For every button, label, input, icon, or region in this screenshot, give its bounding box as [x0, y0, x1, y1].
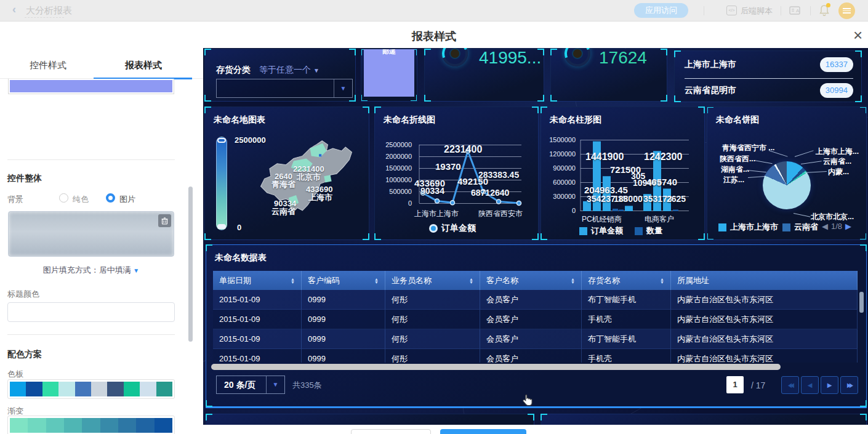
- app-access-button[interactable]: 应用访问: [634, 3, 688, 18]
- list-item[interactable]: 云南省昆明市 30994: [685, 83, 853, 98]
- partial-widget[interactable]: [540, 414, 867, 425]
- corner-bracket: [537, 95, 544, 102]
- bar-chart-widget[interactable]: 未命名柱形图 1500000 1200000 900000 600000 300…: [540, 106, 705, 240]
- legend[interactable]: 订单金额: [429, 223, 476, 234]
- partial-widget[interactable]: [206, 414, 534, 425]
- y-tick: 300000: [544, 193, 576, 200]
- corner-bracket: [550, 95, 557, 102]
- back-icon[interactable]: ‹: [12, 3, 16, 16]
- gauge-widget-2[interactable]: 17624: [550, 49, 667, 102]
- report-canvas[interactable]: 存货分类 等于任意一个 ▼ ▼ 邮递 41995... 17624 上海市上海市…: [203, 48, 868, 425]
- legend-item[interactable]: 上海市上海市: [718, 222, 778, 233]
- chart-title: 未命名地图表: [214, 115, 265, 126]
- prev-page-button[interactable]: ◀: [801, 376, 819, 394]
- chevron-down-icon[interactable]: ▼: [334, 79, 352, 97]
- cancel-button[interactable]: [351, 429, 431, 434]
- data-table-widget[interactable]: 未命名数据表 单据日期▲▼ 客户编码▲▼ 业务员名称▲▼ 客户名称▲▼ 存货名称…: [206, 244, 867, 408]
- palette-bar[interactable]: [7, 379, 175, 399]
- data-label: 2231400: [444, 144, 482, 155]
- column-header[interactable]: 客户名称▲▼: [480, 271, 582, 290]
- table-title: 未命名数据表: [215, 252, 267, 263]
- legend-item[interactable]: 云南省: [782, 222, 818, 233]
- legend-item[interactable]: 订单金额: [579, 225, 623, 236]
- cell: 何彤: [385, 310, 480, 329]
- pie-callout: 湖南省...: [721, 164, 749, 175]
- chevron-down-icon[interactable]: ▼: [133, 267, 139, 274]
- next-page-button[interactable]: ▶: [821, 376, 838, 394]
- backend-script-button[interactable]: 后端脚本: [741, 6, 773, 17]
- sort-icon[interactable]: ▲▼: [571, 278, 575, 284]
- cell: 0999: [302, 290, 385, 310]
- corner-bracket: [540, 233, 547, 240]
- confirm-button[interactable]: [440, 429, 526, 434]
- background-image-preview[interactable]: [8, 211, 174, 257]
- callout-line: [794, 213, 811, 217]
- filter-widget[interactable]: 存货分类 等于任意一个 ▼ ▼: [204, 49, 356, 102]
- radio-image-label[interactable]: 图片: [119, 194, 135, 205]
- code-icon[interactable]: </>: [726, 6, 737, 15]
- filter-operator[interactable]: 等于任意一个 ▼: [259, 65, 319, 76]
- cell: 会员客户: [480, 290, 582, 310]
- close-icon[interactable]: ×: [853, 27, 862, 43]
- legend-swatch: [635, 227, 643, 235]
- map-chart-widget[interactable]: 未命名地图表 2500000 0 2231400 北京市 2640 青海省 43…: [204, 106, 369, 240]
- column-header[interactable]: 单据日期▲▼: [213, 271, 302, 290]
- legend-item[interactable]: 数量: [635, 225, 662, 236]
- column-header[interactable]: 业务员名称▲▼: [385, 271, 480, 290]
- y-tick: 500000: [380, 188, 412, 195]
- pie-callout: 江苏...: [723, 175, 744, 185]
- page-input[interactable]: 1: [726, 376, 744, 393]
- pie-chart-widget[interactable]: 未命名饼图 青海省西宁市 ... 陕西省西... 湖南省... 江苏... 上海…: [707, 106, 867, 240]
- data-label: 1242300: [644, 151, 682, 163]
- column-header[interactable]: 客户编码▲▼: [302, 271, 385, 290]
- column-header[interactable]: 所属地址: [671, 271, 858, 290]
- data-label: 2625: [667, 194, 686, 204]
- corner-bracket: [204, 233, 211, 240]
- column-header[interactable]: 存货名称▲▼: [582, 271, 671, 290]
- radio-solid-label[interactable]: 纯色: [73, 194, 89, 205]
- corner-bracket: [698, 233, 705, 240]
- vertical-scrollbar[interactable]: [859, 292, 864, 313]
- table-row[interactable]: 2015-01-09 0999 何彤 会员客户 手机壳 内蒙古自治区包头市东河区: [213, 349, 858, 363]
- sort-icon[interactable]: ▲▼: [660, 278, 664, 284]
- sort-icon[interactable]: ▲▼: [374, 278, 379, 284]
- table-row[interactable]: 2015-01-09 0999 何彤 会员客户 布丁智能手机 内蒙古自治区包头市…: [213, 290, 858, 310]
- corner-bracket: [860, 233, 867, 240]
- rank-list-widget[interactable]: 上海市上海市 16337 云南省昆明市 30994: [674, 50, 862, 102]
- line-chart-widget[interactable]: 未命名折线图 2500000 2000000 1500000 1000000 5…: [374, 106, 539, 240]
- gradient-bar[interactable]: [7, 416, 175, 434]
- y-tick: 1500000: [380, 164, 412, 172]
- sidebar-scrollbar[interactable]: [188, 187, 193, 342]
- corner-bracket: [374, 106, 381, 113]
- gauge-widget-1[interactable]: 41995...: [424, 49, 544, 102]
- radio-solid-color[interactable]: [59, 193, 68, 203]
- list-item[interactable]: 上海市上海市 16337: [685, 57, 853, 72]
- y-tick: 1200000: [544, 150, 576, 158]
- sort-icon[interactable]: ▲▼: [291, 278, 295, 284]
- color-swatch-box[interactable]: [8, 79, 174, 94]
- chevron-down-icon[interactable]: ▼: [266, 376, 284, 393]
- first-page-button[interactable]: ◀◀: [781, 376, 799, 394]
- palette-swatch: [26, 382, 42, 396]
- pager-next-icon[interactable]: ▶: [845, 222, 851, 231]
- table-row[interactable]: 2015-01-09 0999 何彤 会员客户 手机壳 内蒙古自治区包头市东河区: [213, 310, 858, 329]
- title-color-input[interactable]: [7, 302, 175, 322]
- callout-line: [795, 150, 814, 157]
- tab-widget-style[interactable]: 控件样式: [30, 60, 66, 71]
- tab-report-style[interactable]: 报表样式: [125, 60, 162, 71]
- horizontal-scrollbar[interactable]: [211, 364, 781, 370]
- pager-prev-icon[interactable]: ◀: [822, 222, 828, 231]
- table-row[interactable]: 2015-01-09 0999 何彤 会员客户 布丁智能手机 内蒙古自治区包头市…: [213, 329, 858, 349]
- legend-label: 订单金额: [441, 223, 476, 234]
- filter-value-select[interactable]: ▼: [216, 79, 353, 98]
- y-tick: 0: [544, 207, 576, 214]
- avatar[interactable]: [838, 2, 855, 19]
- divider: [7, 159, 175, 160]
- page-size-select[interactable]: 20 条/页 ▼: [216, 376, 285, 394]
- last-page-button[interactable]: ▶▶: [840, 376, 858, 394]
- radio-image[interactable]: [106, 193, 115, 203]
- mini-bar-widget[interactable]: 邮递: [361, 49, 417, 102]
- contact-card-icon[interactable]: A: [789, 5, 800, 16]
- sort-icon[interactable]: ▲▼: [469, 278, 473, 284]
- delete-image-button[interactable]: [158, 214, 171, 227]
